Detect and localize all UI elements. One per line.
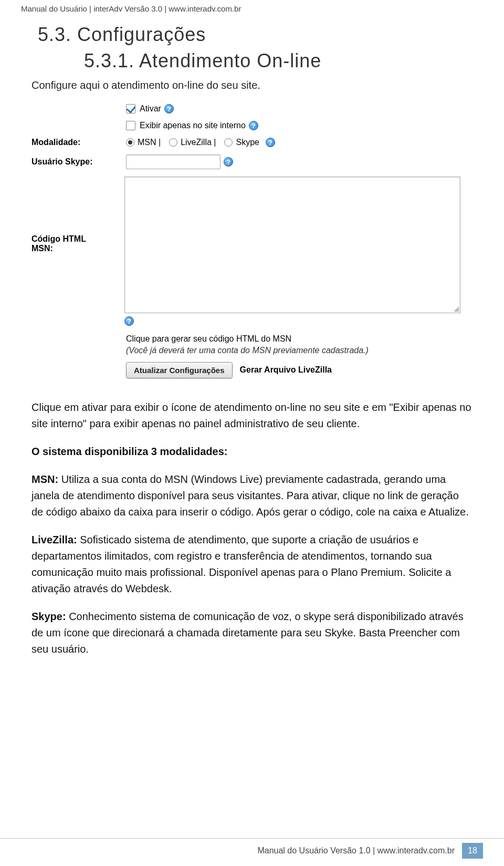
footer-text: Manual do Usuário Versão 1.0 | www.inter… bbox=[257, 846, 455, 855]
codigo-html-label: Código HTML MSN: bbox=[32, 177, 124, 253]
page-number: 18 bbox=[462, 843, 483, 859]
modalidade-livezilla-label: LiveZilla | bbox=[181, 138, 216, 147]
intro-text: Configure aqui o atendimento on-line do … bbox=[32, 79, 472, 91]
heading-53: 5.3. Configurações bbox=[38, 24, 472, 46]
modalidade-skype-radio[interactable] bbox=[224, 138, 233, 147]
page-header-text: Manual do Usuário | interAdv Versão 3.0 … bbox=[0, 0, 504, 15]
help-icon[interactable]: ? bbox=[266, 138, 275, 147]
body-text-block: Clique em ativar para exibir o ícone de … bbox=[32, 399, 472, 657]
help-icon[interactable]: ? bbox=[224, 157, 233, 167]
exibir-interno-label: Exibir apenas no site interno bbox=[140, 121, 246, 130]
heading-531: 5.3.1. Atendimento On-line bbox=[84, 50, 472, 72]
paragraph-livezilla: LiveZilla: Sofisticado sistema de atendi… bbox=[32, 532, 472, 597]
paragraph-modalidades-lead: O sistema disponibiliza 3 modalidades: bbox=[32, 444, 472, 460]
paragraph-msn: MSN: Utiliza a sua conta do MSN (Windows… bbox=[32, 471, 472, 520]
usuario-skype-input[interactable] bbox=[126, 154, 220, 169]
modalidade-msn-radio[interactable] bbox=[126, 138, 134, 147]
modalidade-label: Modalidade: bbox=[32, 138, 126, 147]
page-footer: Manual do Usuário Versão 1.0 | www.inter… bbox=[0, 838, 504, 859]
ativar-checkbox[interactable] bbox=[126, 104, 135, 114]
settings-panel: Ativar ? Exibir apenas no site interno ?… bbox=[32, 104, 467, 378]
paragraph-skype: Skype: Conhecimento sistema de comunicaç… bbox=[32, 609, 472, 657]
codigo-html-textarea[interactable] bbox=[124, 177, 460, 313]
generate-msn-code-link[interactable]: Clique para gerar seu código HTML do MSN… bbox=[126, 333, 467, 357]
modalidade-msn-label: MSN | bbox=[138, 138, 161, 147]
help-icon[interactable]: ? bbox=[164, 104, 174, 114]
gerar-arquivo-livezilla-link[interactable]: Gerar Arquivo LiveZilla bbox=[240, 365, 332, 375]
usuario-skype-label: Usuário Skype: bbox=[32, 157, 126, 167]
help-icon[interactable]: ? bbox=[124, 316, 134, 326]
resize-grip-icon[interactable] bbox=[454, 306, 459, 312]
modalidade-livezilla-radio[interactable] bbox=[169, 138, 177, 147]
help-icon[interactable]: ? bbox=[249, 121, 258, 130]
modalidade-skype-label: Skype bbox=[236, 138, 259, 147]
exibir-interno-checkbox[interactable] bbox=[126, 121, 135, 130]
atualizar-configuracoes-button[interactable]: Atualizar Configurações bbox=[126, 362, 233, 378]
paragraph-ativar: Clique em ativar para exibir o ícone de … bbox=[32, 399, 472, 432]
ativar-label: Ativar bbox=[140, 104, 161, 114]
